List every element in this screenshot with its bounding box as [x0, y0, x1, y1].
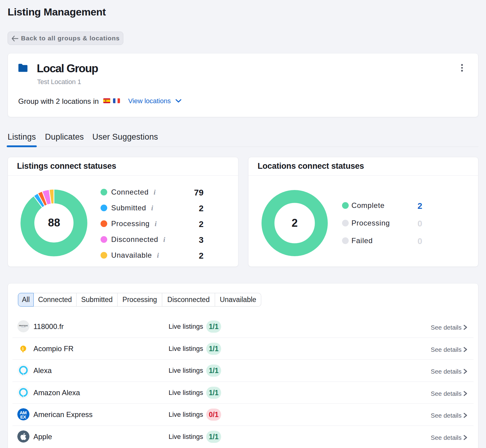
svg-text:EX: EX [20, 414, 27, 419]
svg-text:PRAT!QUE: PRAT!QUE [19, 325, 28, 327]
